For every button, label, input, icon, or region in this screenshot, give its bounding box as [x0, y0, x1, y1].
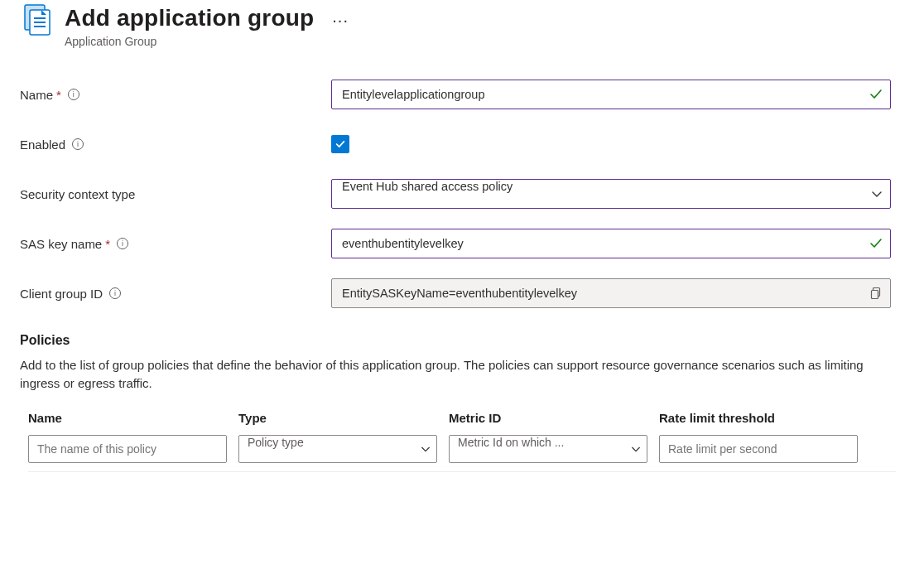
policies-section-title: Policies	[20, 333, 904, 348]
security-context-type-label: Security context type	[20, 187, 135, 201]
svg-rect-6	[872, 291, 878, 299]
policy-new-row: Policy type Metric Id on which ...	[20, 435, 904, 471]
sas-key-name-label: SAS key name	[20, 237, 102, 251]
policy-threshold-input[interactable]	[659, 435, 858, 463]
table-separator	[28, 471, 896, 472]
more-actions-button[interactable]: ···	[332, 12, 349, 28]
required-marker: *	[56, 88, 61, 102]
client-group-id-label: Client group ID	[20, 287, 103, 301]
policies-col-metric: Metric ID	[449, 411, 647, 425]
page-subtitle: Application Group	[65, 35, 314, 48]
policy-type-select[interactable]: Policy type	[238, 435, 437, 463]
enabled-checkbox[interactable]	[331, 135, 349, 153]
name-input[interactable]	[331, 80, 891, 109]
security-context-type-value: Event Hub shared access policy	[342, 180, 513, 193]
page-title: Add application group	[65, 3, 314, 33]
check-icon	[869, 237, 883, 250]
policy-metric-select[interactable]: Metric Id on which ...	[449, 435, 647, 463]
policies-section-description: Add to the list of group policies that d…	[20, 356, 898, 393]
client-group-id-field	[331, 278, 891, 308]
info-icon[interactable]: i	[68, 89, 79, 100]
info-icon[interactable]: i	[117, 238, 128, 249]
sas-key-name-input[interactable]	[331, 229, 891, 258]
check-icon	[869, 88, 883, 101]
policy-name-input[interactable]	[28, 435, 227, 463]
required-marker: *	[105, 237, 110, 251]
security-context-type-select[interactable]: Event Hub shared access policy	[331, 179, 891, 209]
policies-col-type: Type	[238, 411, 437, 425]
policy-type-placeholder: Policy type	[248, 436, 304, 449]
policies-col-name: Name	[28, 411, 227, 425]
info-icon[interactable]: i	[109, 287, 121, 299]
policy-metric-placeholder: Metric Id on which ...	[458, 436, 564, 449]
page-header: Add application group Application Group …	[20, 0, 904, 48]
info-icon[interactable]: i	[72, 138, 84, 150]
copy-icon[interactable]	[869, 287, 883, 300]
application-group-icon	[20, 3, 53, 36]
enabled-label: Enabled	[20, 138, 65, 152]
name-label: Name	[20, 88, 53, 102]
policies-col-threshold: Rate limit threshold	[659, 411, 858, 425]
